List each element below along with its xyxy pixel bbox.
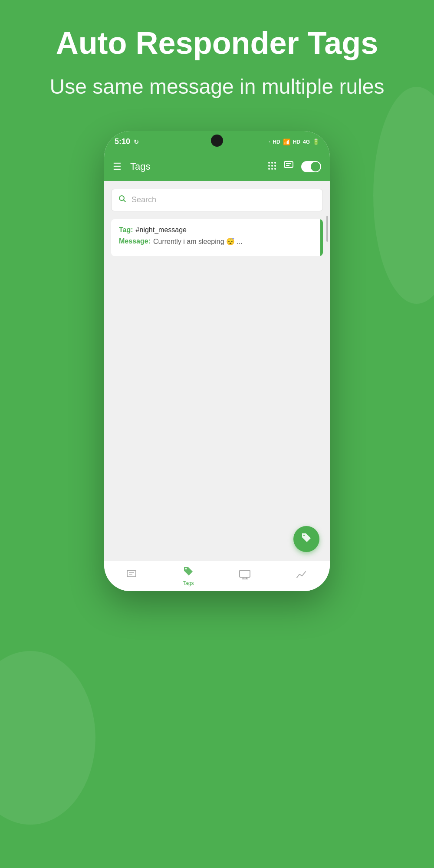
fab-button[interactable] [293, 526, 319, 552]
toggle-knob [311, 162, 320, 171]
svg-point-2 [274, 162, 276, 164]
hd-label: HD [273, 139, 280, 145]
tag-row: Tag: #night_message [119, 226, 315, 234]
nav-analytics-icon [296, 570, 307, 582]
svg-rect-19 [240, 570, 250, 577]
dot-icon: • [269, 140, 270, 144]
svg-rect-15 [127, 570, 136, 577]
phone-mockup: 5:10 ↻ • HD 📶 HD 4G 🔋 ☰ Tags [104, 131, 330, 591]
message-value: Currently i am sleeping 😴 ... [153, 237, 243, 246]
svg-point-18 [185, 568, 187, 570]
svg-point-4 [271, 165, 273, 167]
nav-tags-icon [183, 566, 194, 579]
svg-point-3 [268, 165, 270, 167]
fab-tag-icon [300, 532, 312, 546]
app-content: Search Tag: #night_message Message: Curr… [104, 181, 330, 561]
battery-icon: 🔋 [312, 138, 319, 145]
header-section: Auto Responder Tags Use same message in … [0, 0, 434, 114]
bg-decoration-left [0, 651, 95, 825]
nav-item-chat[interactable] [120, 566, 144, 585]
svg-point-7 [271, 168, 273, 170]
scroll-indicator [326, 216, 328, 242]
status-bar: 5:10 ↻ • HD 📶 HD 4G 🔋 [104, 131, 330, 153]
chat-icon[interactable] [284, 161, 294, 173]
menu-icon[interactable]: ☰ [113, 161, 122, 172]
network-label: 4G [303, 139, 310, 145]
search-icon [118, 195, 126, 205]
svg-point-6 [268, 168, 270, 170]
svg-rect-9 [284, 161, 293, 168]
toggle-switch[interactable] [301, 161, 321, 172]
svg-point-5 [274, 165, 276, 167]
nav-item-monitor[interactable] [232, 566, 257, 585]
camera-notch [211, 135, 223, 147]
sub-title: Use same message in multiple rules [17, 73, 417, 100]
svg-point-0 [268, 162, 270, 164]
bottom-nav: Tags [104, 561, 330, 591]
tag-list-item[interactable]: Tag: #night_message Message: Currently i… [111, 219, 323, 256]
toolbar-icons-right [267, 161, 321, 173]
toolbar-title: Tags [130, 161, 262, 172]
tag-item-accent [320, 219, 323, 256]
app-toolbar: ☰ Tags [104, 153, 330, 181]
message-label: Message: [119, 237, 151, 245]
main-title: Auto Responder Tags [17, 26, 417, 60]
svg-point-14 [303, 535, 305, 536]
phone-container: 5:10 ↻ • HD 📶 HD 4G 🔋 ☰ Tags [0, 131, 434, 591]
nav-item-analytics[interactable] [289, 566, 314, 585]
tag-value: #night_message [136, 226, 187, 234]
svg-line-13 [124, 200, 126, 202]
search-placeholder: Search [132, 195, 156, 204]
grid-icon[interactable] [267, 161, 277, 173]
signal-icon: 📶 [283, 138, 290, 145]
nav-tags-label: Tags [183, 580, 194, 586]
svg-point-8 [274, 168, 276, 170]
nav-monitor-icon [239, 570, 250, 582]
nav-item-tags[interactable]: Tags [176, 562, 201, 590]
tag-label: Tag: [119, 226, 133, 234]
status-time: 5:10 ↻ [115, 137, 139, 146]
refresh-icon: ↻ [134, 138, 139, 145]
svg-point-1 [271, 162, 273, 164]
hd-label2: HD [293, 139, 300, 145]
status-icons-right: • HD 📶 HD 4G 🔋 [269, 138, 319, 145]
message-row: Message: Currently i am sleeping 😴 ... [119, 237, 315, 246]
search-bar[interactable]: Search [111, 189, 323, 211]
nav-chat-icon [127, 570, 137, 582]
